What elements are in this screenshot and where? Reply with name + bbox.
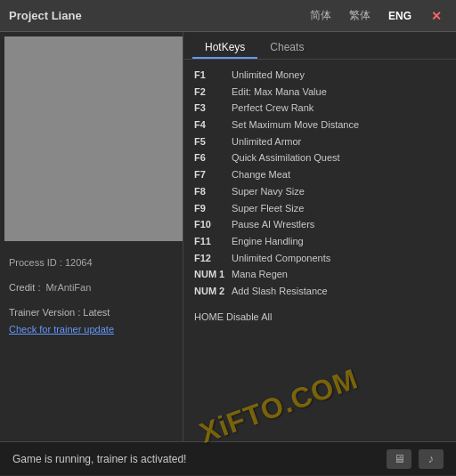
hotkey-action-f5: Unlimited Armor [232,133,301,150]
hotkey-row-num2: NUM 2 Add Slash Resistance [194,283,445,300]
hotkey-row-f4: F4 Set Maximum Move Distance [194,117,445,133]
lang-traditional-button[interactable]: 繁体 [346,6,374,25]
hotkey-key-f8: F8 [194,183,232,200]
status-bar: Game is running, trainer is activated! 🖥… [0,441,456,475]
hotkey-action-f4: Set Maximum Move Distance [232,117,359,133]
monitor-icon[interactable]: 🖥 [387,449,411,469]
update-link[interactable]: Check for trainer update [9,324,114,335]
main-layout: Process ID : 12064 Credit : MrAntiFan Tr… [0,32,456,441]
hotkey-row-f9: F9 Super Fleet Size [194,200,445,217]
status-icons: 🖥 ♪ [387,449,444,469]
status-message: Game is running, trainer is activated! [12,453,186,465]
hotkey-action-f12: Unlimited Components [232,250,330,267]
hotkey-action-f7: Change Meat [232,166,290,183]
hotkey-row-f10: F10 Pause AI Wrestlers [194,216,445,233]
hotkey-row-f1: F1 Unlimited Money [194,67,445,84]
hotkey-key-f9: F9 [194,200,232,217]
title-bar: Project Liane 简体 繁体 ENG ✕ [0,0,456,32]
hotkey-action-f6: Quick Assimilation Quest [232,149,340,166]
info-section: Process ID : 12064 Credit : MrAntiFan Tr… [0,246,183,348]
hotkey-action-f1: Unlimited Money [232,67,305,84]
hotkey-action-f8: Super Navy Size [232,183,305,200]
hotkey-row-f3: F3 Perfect Crew Rank [194,100,445,117]
tab-hotkeys[interactable]: HotKeys [192,37,257,59]
hotkey-key-f5: F5 [194,133,232,150]
right-panel: HotKeys Cheats F1 Unlimited Money F2 Edi… [183,32,456,441]
hotkey-action-f11: Engine Handling [232,233,304,250]
hotkey-key-f1: F1 [194,67,232,84]
title-bar-left: Project Liane [9,9,82,22]
hotkey-row-f6: F6 Quick Assimilation Quest [194,149,445,166]
hotkey-key-f11: F11 [194,233,232,250]
hotkey-action-num2: Add Slash Resistance [232,283,328,300]
hotkey-row-f11: F11 Engine Handling [194,233,445,250]
hotkey-row-f8: F8 Super Navy Size [194,183,445,200]
hotkey-row-f5: F5 Unlimited Armor [194,133,445,150]
hotkey-row-num1: NUM 1 Mana Regen [194,266,445,283]
hotkey-row-f7: F7 Change Meat [194,166,445,183]
hotkey-action-f9: Super Fleet Size [232,200,304,217]
hotkey-action-f10: Pause AI Wrestlers [232,216,314,233]
trainer-version-label: Trainer Version : Latest [9,307,110,318]
disable-all-row: HOME Disable All [194,309,445,326]
hotkey-key-f7: F7 [194,166,232,183]
app-title: Project Liane [9,9,82,22]
hotkeys-list: F1 Unlimited Money F2 Edit: Max Mana Val… [183,60,456,441]
close-button[interactable]: ✕ [426,7,447,25]
hotkey-action-num1: Mana Regen [232,266,288,283]
credit-label: Credit : [9,282,40,293]
hotkey-key-f12: F12 [194,250,232,267]
hotkey-key-f10: F10 [194,216,232,233]
tabs-bar: HotKeys Cheats [183,32,456,60]
lang-english-button[interactable]: ENG [385,8,415,24]
hotkey-key-f4: F4 [194,117,232,133]
hotkey-key-f3: F3 [194,100,232,117]
left-panel: Process ID : 12064 Credit : MrAntiFan Tr… [0,32,183,441]
hotkey-key-f2: F2 [194,84,232,101]
hotkey-key-f6: F6 [194,149,232,166]
credit-name: MrAntiFan [46,282,92,293]
hotkey-key-num2: NUM 2 [194,283,232,300]
game-thumbnail [4,36,183,241]
title-bar-right: 简体 繁体 ENG ✕ [306,6,447,25]
hotkey-action-f2: Edit: Max Mana Value [232,84,327,101]
hotkey-action-f3: Perfect Crew Rank [232,100,314,117]
home-action-label: HOME Disable All [194,311,272,322]
lang-simplified-button[interactable]: 简体 [306,6,335,25]
hotkey-row-f12: F12 Unlimited Components [194,250,445,267]
tab-cheats[interactable]: Cheats [257,37,316,59]
hotkey-key-num1: NUM 1 [194,266,232,283]
hotkey-row-f2: F2 Edit: Max Mana Value [194,84,445,101]
music-icon[interactable]: ♪ [419,449,444,469]
process-id-label: Process ID : 12064 [9,254,174,272]
